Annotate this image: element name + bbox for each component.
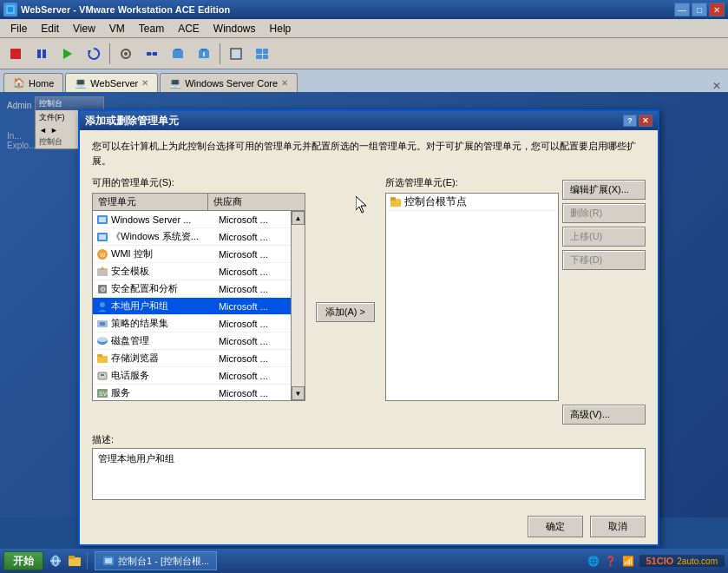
description-box: 管理本地用户和组 xyxy=(92,448,646,500)
tab-webserver-close[interactable]: ✕ xyxy=(141,78,148,88)
ok-button[interactable]: 确定 xyxy=(528,516,583,537)
tab-bar: 🏠 Home 💻 WebServer ✕ 💻 Windows Server Co… xyxy=(0,69,728,92)
add-button[interactable]: 添加(A) > xyxy=(316,302,375,322)
menu-view[interactable]: View xyxy=(66,21,102,36)
list-item[interactable]: 安全模板 Microsoft ... xyxy=(93,263,305,280)
delete-button[interactable]: 删除(R) xyxy=(562,203,646,223)
taskbar: 开始 控制台1 - [控制台根... 🌐 ❓ 📶 51CIO 2auto.com xyxy=(0,549,728,573)
tab-webserver-label: WebServer xyxy=(90,78,138,89)
list-item[interactable]: 电话服务 Microsoft ... xyxy=(93,367,305,385)
power-button[interactable] xyxy=(3,42,28,66)
svg-rect-12 xyxy=(173,50,183,58)
scroll-up-btn[interactable]: ▲ xyxy=(292,211,305,225)
move-down-button[interactable]: 下移(D) xyxy=(562,250,646,270)
title-bar: WebServer - VMware Workstation ACE Editi… xyxy=(0,0,728,19)
signal-tray-icon: 📶 xyxy=(622,556,634,567)
list-item[interactable]: 存储浏览器 Microsoft ... xyxy=(93,350,305,367)
scroll-down-btn[interactable]: ▼ xyxy=(292,386,305,400)
tab-winserver[interactable]: 💻 Windows Server Core ✕ xyxy=(160,73,298,92)
selected-panel-label: 所选管理单元(E): xyxy=(385,176,559,189)
edit-extension-button[interactable]: 编辑扩展(X)... xyxy=(562,180,646,200)
snapshot2-button[interactable] xyxy=(192,42,216,66)
menu-file[interactable]: File xyxy=(3,21,34,36)
add-remove-snapin-dialog: 添加或删除管理单元 ? ✕ 您可以在计算机上为此控制台选择可用的管理单元并配置所… xyxy=(78,109,659,546)
menu-ace[interactable]: ACE xyxy=(171,21,207,36)
bg-nav-fwd[interactable]: ► xyxy=(50,126,58,135)
snapshot-button[interactable] xyxy=(166,42,190,66)
snapins-list-body: Windows Server ... Microsoft ... 《Window… xyxy=(93,211,305,400)
menu-team[interactable]: Team xyxy=(132,21,171,36)
svg-rect-22 xyxy=(263,55,268,59)
toolbar xyxy=(0,38,728,69)
fullscreen-button[interactable] xyxy=(224,42,248,66)
pause-button[interactable] xyxy=(30,42,54,66)
taskbar-tray: 🌐 ❓ 📶 51CIO 2auto.com xyxy=(587,555,725,567)
menu-edit[interactable]: Edit xyxy=(34,21,66,36)
refresh-button[interactable] xyxy=(82,42,106,66)
cancel-button[interactable]: 取消 xyxy=(590,516,646,537)
taskbar-ie-icon[interactable] xyxy=(47,552,64,570)
desktop: Admin 控制台 文件(F) ◄ ► 控制台 In... Explo... xyxy=(0,92,728,517)
settings-button[interactable] xyxy=(114,42,138,66)
dialog-title: 添加或删除管理单元 xyxy=(85,114,179,128)
bg-window1-title: 控制台 xyxy=(36,97,103,110)
svg-rect-42 xyxy=(98,372,107,379)
menu-bar: File Edit View VM Team ACE Windows Help xyxy=(0,19,728,38)
svg-text:W: W xyxy=(100,252,106,258)
taskbar-folder-icon[interactable] xyxy=(66,552,83,570)
list-item-selected[interactable]: 本地用户和组 Microsoft ... xyxy=(93,298,305,315)
list-item[interactable]: 磁盘管理 Microsoft ... xyxy=(93,333,305,350)
bg-nav-back[interactable]: ◄ xyxy=(39,126,47,135)
tab-home-label: Home xyxy=(29,78,54,89)
advanced-button[interactable]: 高级(V)... xyxy=(562,405,646,425)
selected-list-body: 控制台根节点 xyxy=(386,194,558,400)
move-up-button[interactable]: 上移(U) xyxy=(562,227,646,247)
close-tab-button[interactable]: ✕ xyxy=(712,80,721,92)
svg-rect-41 xyxy=(97,354,102,357)
svg-rect-19 xyxy=(256,49,262,54)
maximize-button[interactable]: □ xyxy=(692,3,707,16)
selected-root-item[interactable]: 控制台根节点 xyxy=(386,194,558,211)
menu-vm[interactable]: VM xyxy=(102,21,132,36)
selected-snapins-panel: 所选管理单元(E): 控制台根节点 xyxy=(385,176,559,401)
selected-root-label: 控制台根节点 xyxy=(404,194,467,209)
svg-rect-9 xyxy=(147,52,151,56)
start-button[interactable]: 开始 xyxy=(3,551,43,570)
close-button[interactable]: ✕ xyxy=(709,3,725,16)
svg-text:SVC: SVC xyxy=(99,391,108,397)
svg-point-8 xyxy=(124,52,128,56)
multiscreen-button[interactable] xyxy=(250,42,274,66)
svg-point-39 xyxy=(97,337,108,342)
explo-label: Explo... xyxy=(7,141,36,150)
selected-snapins-list: 控制台根节点 xyxy=(385,193,559,401)
tab-winserver-close[interactable]: ✕ xyxy=(281,78,288,88)
col-vendor: 供应商 xyxy=(208,194,305,210)
dialog-help-button[interactable]: ? xyxy=(623,115,637,127)
list-item[interactable]: SVC服务 Microsoft ... xyxy=(93,385,305,400)
description-section: 描述: 管理本地用户和组 xyxy=(92,433,646,500)
menu-help[interactable]: Help xyxy=(263,21,298,36)
resume-button[interactable] xyxy=(56,42,80,66)
svg-rect-50 xyxy=(390,197,396,201)
sep1 xyxy=(109,43,110,64)
list-item[interactable]: Windows Server ... Microsoft ... xyxy=(93,211,305,228)
list-item[interactable]: WWMI 控制 Microsoft ... xyxy=(93,246,305,263)
menu-windows[interactable]: Windows xyxy=(207,21,263,36)
sep2 xyxy=(220,43,220,64)
middle-actions: 添加(A) > xyxy=(312,176,378,425)
main-area: Admin 控制台 文件(F) ◄ ► 控制台 In... Explo... xyxy=(0,92,728,517)
network-tray-icon: 🌐 xyxy=(587,556,600,567)
list-item[interactable]: 《Windows 系统资... Microsoft ... xyxy=(93,228,305,246)
svg-rect-25 xyxy=(99,217,106,222)
taskbar-console-item[interactable]: 控制台1 - [控制台根... xyxy=(95,551,217,570)
svg-marker-5 xyxy=(63,49,72,59)
minimize-button[interactable]: — xyxy=(674,3,690,16)
svg-rect-4 xyxy=(43,49,46,58)
network-button[interactable] xyxy=(140,42,164,66)
tab-home[interactable]: 🏠 Home xyxy=(3,73,63,92)
list-item[interactable]: ⚙安全配置和分析 Microsoft ... xyxy=(93,280,305,298)
app-icon xyxy=(3,3,17,16)
list-item[interactable]: 策略的结果集 Microsoft ... xyxy=(93,315,305,333)
tab-webserver[interactable]: 💻 WebServer ✕ xyxy=(65,73,158,92)
dialog-close-button[interactable]: ✕ xyxy=(639,115,653,127)
